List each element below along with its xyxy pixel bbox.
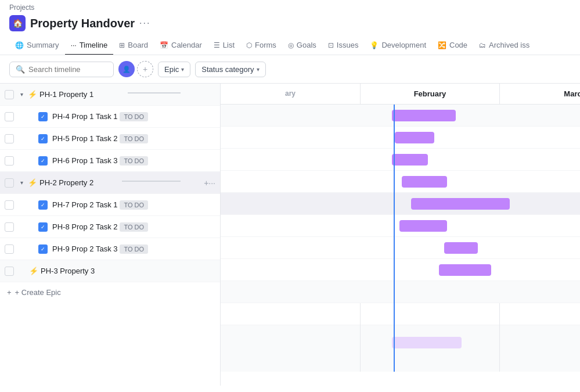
task-icon-ph9: ✓ (38, 244, 48, 254)
checkbox-ph5[interactable] (5, 134, 14, 143)
checkbox-ph7[interactable] (5, 200, 14, 210)
list-icon: ☰ (214, 41, 220, 49)
task-ph4-label: PH-4 Prop 1 Task 1 (52, 112, 117, 121)
gantt-bottom (221, 325, 580, 372)
gantt-row-ph9 (221, 259, 580, 281)
tab-forms[interactable]: ⬡ Forms (240, 36, 282, 55)
epic-row-ph2: ▾ ⚡ PH-2 Property 2 + ··· (0, 172, 220, 194)
bar-ph6[interactable] (402, 176, 447, 188)
checkbox-ph9[interactable] (5, 244, 14, 254)
bar-ph8[interactable] (444, 242, 478, 254)
gantt-area: ary February March (221, 84, 580, 386)
gantt-header: ary February March (221, 84, 580, 105)
task-row-ph8: ✓ PH-8 Prop 2 Task 2 TO DO (0, 216, 220, 238)
toolbar: 🔍 👤 + Epic ▾ Status category ▾ (0, 55, 580, 84)
gantt-row-ph7 (221, 215, 580, 237)
task-ph7-label: PH-7 Prop 2 Task 1 (52, 200, 117, 209)
epic-ph3-label: PH-3 Property 3 (41, 267, 215, 275)
page-title: Property Handover (30, 17, 135, 30)
bar-ph5[interactable] (392, 154, 428, 166)
task-row-ph9: ✓ PH-9 Prop 2 Task 3 TO DO (0, 238, 220, 260)
task-row-ph4: ✓ PH-4 Prop 1 Task 1 TO DO (0, 106, 220, 128)
bar-ph9[interactable] (439, 264, 491, 276)
add-member-button[interactable]: + (137, 61, 153, 77)
expand-ph2-button[interactable]: ▾ (16, 178, 27, 188)
tab-code[interactable]: 🔀 Code (432, 36, 473, 55)
timeline-container: ▾ ⚡ PH-1 Property 1 ✓ PH-4 Prop 1 Task 1… (0, 84, 580, 386)
status-badge-ph5: TO DO (120, 134, 148, 143)
task-ph6-label: PH-6 Prop 1 Task 3 (52, 156, 117, 165)
checkbox-ph4[interactable] (5, 112, 14, 121)
gantt-row-ph1 (221, 105, 580, 127)
gantt-rows (221, 105, 580, 325)
tab-timeline[interactable]: ··· Timeline (65, 36, 114, 55)
bar-ph4[interactable] (395, 132, 434, 143)
expand-ph1-button[interactable]: ▾ (16, 89, 27, 100)
more-options-button[interactable]: ··· (139, 18, 150, 28)
task-list: ▾ ⚡ PH-1 Property 1 ✓ PH-4 Prop 1 Task 1… (0, 84, 221, 386)
forms-icon: ⬡ (246, 41, 252, 49)
task-icon-ph7: ✓ (38, 200, 48, 210)
tab-summary[interactable]: 🌐 Summary (9, 36, 65, 55)
epic-row-ph3: ⚡ PH-3 Property 3 (0, 260, 220, 282)
status-badge-ph4: TO DO (120, 112, 148, 121)
bar-ph7[interactable] (399, 220, 447, 232)
code-icon: 🔀 (438, 41, 446, 49)
tab-board[interactable]: ⊞ Board (113, 36, 154, 55)
bar-ph2[interactable] (411, 198, 510, 210)
checkbox-ph8[interactable] (5, 222, 14, 232)
task-ph9-label: PH-9 Prop 2 Task 3 (52, 244, 117, 253)
status-badge-ph7: TO DO (120, 200, 148, 210)
tab-calendar[interactable]: 📅 Calendar (154, 36, 208, 55)
tab-issues[interactable]: ⊡ Issues (322, 36, 365, 55)
task-icon-ph8: ✓ (38, 222, 48, 232)
tab-archived[interactable]: 🗂 Archived iss (473, 36, 535, 55)
checkbox-ph3[interactable] (5, 267, 14, 276)
search-icon: 🔍 (16, 65, 25, 74)
bottom-bar-1 (392, 337, 462, 348)
search-input[interactable] (28, 65, 107, 74)
issues-icon: ⊡ (328, 41, 334, 49)
today-line (394, 105, 395, 325)
dev-icon: 💡 (370, 41, 379, 49)
month-next: March (499, 84, 580, 104)
more-options-ph2-button[interactable]: ··· (208, 178, 215, 188)
checkbox-ph6[interactable] (5, 156, 14, 166)
chevron-down-icon: ▾ (181, 66, 184, 73)
today-line-bottom (394, 325, 395, 372)
task-row-ph7: ✓ PH-7 Prop 2 Task 1 TO DO (0, 194, 220, 216)
epic-icon-ph2: ⚡ (28, 178, 37, 187)
gantt-row-ph4 (221, 127, 580, 149)
status-badge-ph9: TO DO (120, 244, 148, 254)
status-badge-ph6: TO DO (120, 156, 148, 166)
tab-list[interactable]: ☰ List (208, 36, 240, 55)
gantt-row-ph6 (221, 171, 580, 193)
avatar: 👤 (118, 61, 135, 77)
bar-ph1[interactable] (392, 110, 456, 121)
task-icon-ph6: ✓ (38, 156, 48, 166)
checkbox-ph2[interactable] (5, 178, 14, 188)
epic-filter-button[interactable]: Epic ▾ (158, 62, 190, 77)
chevron-down-icon-2: ▾ (257, 66, 260, 73)
app-icon: 🏠 (9, 15, 26, 31)
create-epic-button[interactable]: + + Create Epic (0, 282, 220, 303)
epic-row-ph1: ▾ ⚡ PH-1 Property 1 (0, 84, 220, 106)
epic-ph2-label: PH-2 Property 2 (39, 178, 122, 187)
add-task-button-ph2[interactable]: + (204, 178, 208, 188)
epic-icon: ⚡ (28, 90, 37, 99)
avatar-group: 👤 + (118, 61, 153, 77)
archive-icon: 🗂 (479, 41, 486, 49)
epic-ph1-label: PH-1 Property 1 (39, 90, 128, 99)
task-icon-ph5: ✓ (38, 134, 48, 143)
tab-development[interactable]: 💡 Development (364, 36, 432, 55)
status-badge-ph8: TO DO (120, 222, 148, 232)
task-row-ph6: ✓ PH-6 Prop 1 Task 3 TO DO (0, 150, 220, 172)
task-ph8-label: PH-8 Prop 2 Task 2 (52, 222, 117, 231)
task-ph5-label: PH-5 Prop 1 Task 2 (52, 134, 117, 143)
tab-goals[interactable]: ◎ Goals (282, 36, 322, 55)
globe-icon: 🌐 (15, 41, 24, 49)
month-prev: ary (221, 84, 360, 104)
month-current: February (360, 84, 499, 104)
status-category-filter-button[interactable]: Status category ▾ (195, 62, 265, 77)
checkbox-ph1[interactable] (5, 90, 14, 99)
